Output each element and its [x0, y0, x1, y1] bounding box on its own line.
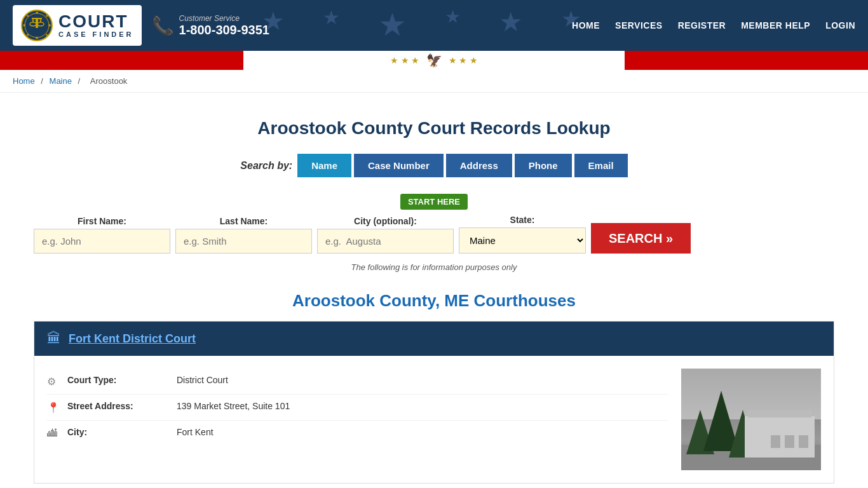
- banner-stars-right: ★ ★ ★: [442, 55, 485, 65]
- tab-email[interactable]: Email: [574, 154, 628, 177]
- courthouse-image-inner: [681, 369, 821, 470]
- city-value: Fort Kent: [177, 427, 214, 437]
- breadcrumb: Home / Maine / Aroostook: [0, 70, 868, 93]
- state-label: State:: [459, 215, 586, 225]
- courthouse-card-header: 🏛 Fort Kent District Court: [34, 322, 834, 356]
- header-stars-decoration: ★ ★ ★ ★ ★ ★: [229, 6, 614, 43]
- svg-text:★: ★: [45, 33, 48, 37]
- page-title: Aroostook County Court Records Lookup: [34, 118, 834, 139]
- city-icon: 🏙: [47, 427, 60, 439]
- logo-emblem-icon: ★ ★ ★ ★ ★ ★ ★ ★: [20, 9, 53, 42]
- last-name-group: Last Name:: [175, 216, 312, 254]
- eagle-icon: 🦅: [426, 53, 442, 68]
- banner-wave: ★ ★ ★ 🦅 ★ ★ ★: [0, 51, 868, 70]
- info-note: The following is for information purpose…: [34, 262, 834, 272]
- city-input[interactable]: [317, 229, 454, 254]
- search-button[interactable]: SEARCH »: [591, 223, 691, 254]
- customer-service: 📞 Customer Service 1-800-309-9351: [152, 14, 269, 37]
- phone-icon: 📞: [152, 15, 174, 36]
- address-pin-icon: 📍: [47, 401, 60, 414]
- svg-text:★: ★: [35, 10, 39, 15]
- state-select[interactable]: Maine Alabama Alaska Arizona Arkansas Ca…: [459, 227, 586, 254]
- courthouse-image: [681, 369, 821, 470]
- first-name-label: First Name:: [34, 216, 170, 226]
- logo[interactable]: ★ ★ ★ ★ ★ ★ ★ ★: [13, 5, 142, 46]
- cs-phone[interactable]: 1-800-309-9351: [179, 23, 269, 37]
- search-by-label: Search by:: [240, 160, 292, 172]
- search-section: Search by: Name Case Number Address Phon…: [34, 154, 834, 272]
- courthouse-body: ⚙ Court Type: District Court 📍 Street Ad…: [34, 356, 834, 483]
- detail-row-type: ⚙ Court Type: District Court: [47, 369, 668, 395]
- tab-case-number[interactable]: Case Number: [354, 154, 444, 177]
- start-here-badge: START HERE: [400, 194, 468, 210]
- last-name-input[interactable]: [175, 229, 312, 254]
- court-type-label: Court Type:: [67, 375, 169, 385]
- main-content: Aroostook County Court Records Lookup Se…: [21, 93, 847, 488]
- breadcrumb-county: Aroostook: [90, 76, 128, 86]
- search-form-area: START HERE First Name: Last Name: City (…: [34, 187, 834, 272]
- detail-row-city: 🏙 City: Fort Kent: [47, 421, 668, 445]
- courthouses-title: Aroostook County, ME Courthouses: [34, 291, 834, 311]
- svg-text:★: ★: [26, 33, 29, 37]
- city-label: City (optional):: [317, 216, 454, 226]
- cs-label: Customer Service: [179, 14, 269, 23]
- first-name-input[interactable]: [34, 229, 170, 254]
- main-nav: HOME SERVICES REGISTER MEMBER HELP LOGIN: [572, 20, 855, 30]
- street-address-value: 139 Market Street, Suite 101: [177, 401, 290, 411]
- logo-casefinder-label: CASE FINDER: [58, 30, 134, 38]
- logo-court-label: COURT: [58, 13, 128, 30]
- svg-rect-11: [32, 18, 42, 19]
- last-name-label: Last Name:: [175, 216, 312, 226]
- svg-text:★: ★: [26, 14, 29, 18]
- search-form-fields: First Name: Last Name: City (optional): …: [34, 215, 834, 254]
- city-label-detail: City:: [67, 427, 169, 437]
- courthouse-card: 🏛 Fort Kent District Court ⚙ Court Type:…: [34, 321, 834, 484]
- breadcrumb-sep1: /: [41, 76, 45, 86]
- header-left: ★ ★ ★ ★ ★ ★ ★ ★: [13, 5, 269, 46]
- nav-login[interactable]: LOGIN: [825, 20, 855, 30]
- nav-register[interactable]: REGISTER: [678, 20, 726, 30]
- logo-text: COURT CASE FINDER: [58, 13, 134, 38]
- first-name-group: First Name:: [34, 216, 170, 254]
- nav-services[interactable]: SERVICES: [615, 20, 663, 30]
- site-header: ★ ★ ★ ★ ★ ★ ★ ★: [0, 0, 868, 70]
- state-group: State: Maine Alabama Alaska Arizona Arka…: [459, 215, 586, 254]
- breadcrumb-home[interactable]: Home: [13, 76, 35, 86]
- search-tabs: Name Case Number Address Phone Email: [297, 154, 627, 177]
- svg-text:★: ★: [35, 36, 39, 40]
- tab-phone[interactable]: Phone: [515, 154, 572, 177]
- detail-row-address: 📍 Street Address: 139 Market Street, Sui…: [47, 395, 668, 421]
- svg-text:★: ★: [22, 23, 26, 27]
- court-type-icon: ⚙: [47, 375, 60, 388]
- city-group: City (optional):: [317, 216, 454, 254]
- svg-text:★: ★: [48, 23, 51, 27]
- courthouse-name-link[interactable]: Fort Kent District Court: [69, 332, 196, 346]
- breadcrumb-state[interactable]: Maine: [50, 76, 72, 86]
- court-type-value: District Court: [177, 375, 228, 385]
- nav-member-help[interactable]: MEMBER HELP: [741, 20, 810, 30]
- breadcrumb-sep2: /: [78, 76, 83, 86]
- courthouse-details: ⚙ Court Type: District Court 📍 Street Ad…: [47, 369, 668, 470]
- nav-home[interactable]: HOME: [572, 20, 600, 30]
- search-by-row: Search by: Name Case Number Address Phon…: [34, 154, 834, 177]
- svg-text:★: ★: [45, 14, 48, 18]
- tab-name[interactable]: Name: [297, 154, 351, 177]
- tab-address[interactable]: Address: [446, 154, 512, 177]
- street-address-label: Street Address:: [67, 401, 169, 411]
- courthouse-building-icon: 🏛: [47, 330, 61, 347]
- banner-stars-left: ★ ★ ★: [384, 55, 426, 65]
